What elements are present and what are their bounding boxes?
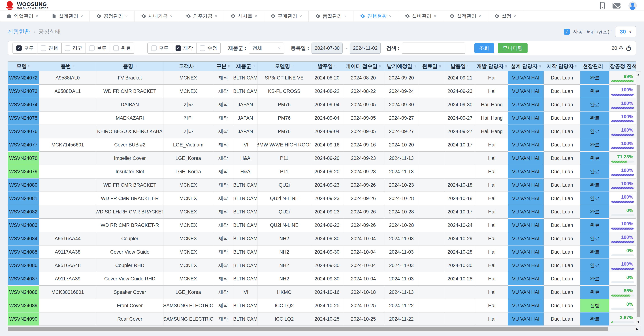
cell-due_date[interactable]: 2024-11-22: [384, 312, 419, 326]
cell-part_name[interactable]: KEIRO BESU & KEIRO KABA: [96, 125, 164, 138]
cell-make_manager[interactable]: Duc, Luan: [544, 138, 580, 152]
cell-design_manager[interactable]: VU VAN HAI: [508, 259, 544, 272]
cell-part_name[interactable]: Cover View Guide: [96, 245, 164, 259]
column-header-model_name[interactable]: 모델명↑↓: [258, 62, 311, 71]
cell-part_name[interactable]: Impeller Cover: [96, 152, 164, 165]
cell-product_group[interactable]: BLTN CAM: [234, 219, 258, 232]
cell-category[interactable]: 제작: [213, 232, 234, 245]
sort-icon[interactable]: ↑↓: [604, 64, 606, 68]
search-input[interactable]: [402, 43, 465, 54]
cell-make_manager[interactable]: Duc, Luan: [544, 205, 580, 219]
cell-part_name[interactable]: WD SD LH/RH CMR BRACKET: [96, 205, 164, 219]
cell-customer[interactable]: LGE_Korea: [164, 286, 213, 299]
table-row[interactable]: WSVN24084A9516AA44CouplerMCNEX제작BLTN CAM…: [8, 232, 636, 245]
cell-site_status[interactable]: 완료: [580, 286, 610, 299]
cell-product_group[interactable]: BLTN CAM: [234, 259, 258, 272]
nav-item-8[interactable]: 품질관리∨: [308, 11, 354, 22]
cell-order_date[interactable]: 2024-10-25: [311, 299, 343, 312]
cell-model[interactable]: WSVN24074: [8, 98, 39, 111]
cell-delivery_date[interactable]: [444, 152, 476, 165]
cell-model_name[interactable]: QU2i N-LINE: [258, 219, 311, 232]
sort-icon[interactable]: ↑↓: [574, 64, 577, 68]
cell-model_name[interactable]: PM76: [258, 98, 311, 111]
cell-model[interactable]: WSVN24079: [8, 165, 39, 179]
cell-category[interactable]: 제작: [213, 98, 234, 111]
sort-icon[interactable]: ↑↓: [334, 64, 336, 68]
cell-model[interactable]: WSVN24089: [8, 299, 39, 312]
cell-data_receipt_date[interactable]: 2024-09-26: [343, 192, 384, 205]
cell-dev_manager[interactable]: Hai: [476, 232, 508, 245]
cell-category[interactable]: 제작: [213, 286, 234, 299]
cell-complete_date[interactable]: [419, 259, 444, 272]
cell-complete_date[interactable]: [419, 179, 444, 192]
cell-delivery_date[interactable]: 2024-10-17: [444, 138, 476, 152]
cell-part_no[interactable]: [39, 165, 96, 179]
cell-delivery_date[interactable]: 2024-09-27: [444, 125, 476, 138]
cell-product_group[interactable]: JAPAN: [234, 125, 258, 138]
cell-model_name[interactable]: NH2: [258, 259, 311, 272]
cell-site_status[interactable]: 진행: [580, 299, 610, 312]
cell-delivery_date[interactable]: [444, 299, 476, 312]
cell-model[interactable]: WSVN24078: [8, 152, 39, 165]
cell-category[interactable]: 제작: [213, 312, 234, 326]
column-header-design_manager[interactable]: 설계 담당자↑↓: [508, 62, 544, 71]
cell-model[interactable]: WSVN24087: [8, 272, 39, 286]
column-header-part_no[interactable]: 품번↑↓: [39, 62, 96, 71]
cell-model_name[interactable]: QU2i: [258, 205, 311, 219]
table-row[interactable]: WSVN24073A9588DAL1WD FR CMR BRACKETMCNEX…: [8, 85, 636, 98]
cell-product_group[interactable]: BLTN CAM: [234, 312, 258, 326]
product-group-select[interactable]: 전체 ∨: [249, 43, 284, 54]
refresh-icon[interactable]: ⟲: [625, 45, 632, 51]
cell-category[interactable]: 제작: [213, 165, 234, 179]
column-header-order_date[interactable]: 발주일↑↓: [311, 62, 343, 71]
table-row[interactable]: WSVN24086A9516AA48Coupler RHDMCNEX제작BLTN…: [8, 259, 636, 272]
cell-model_name[interactable]: P11: [258, 152, 311, 165]
status-checkbox-2[interactable]: 진행: [37, 43, 61, 53]
cell-dev_manager[interactable]: Hai: [476, 259, 508, 272]
cell-part_name[interactable]: Coupler: [96, 232, 164, 245]
cell-model[interactable]: WSVN24083: [8, 219, 39, 232]
cell-part_name[interactable]: Cover View Guide RHD: [96, 272, 164, 286]
cell-model[interactable]: WSVN24073: [8, 85, 39, 98]
cell-part_name[interactable]: FV Bracket: [96, 71, 164, 85]
cell-order_date[interactable]: 2024-09-23: [311, 219, 343, 232]
cell-product_group[interactable]: JAPAN: [234, 98, 258, 111]
cell-part_name[interactable]: Speaker Cover: [96, 286, 164, 299]
cell-due_date[interactable]: 2024-11-03: [384, 232, 419, 245]
cell-design_manager[interactable]: VU VAN HAI: [508, 125, 544, 138]
cell-site_status[interactable]: 완료: [580, 205, 610, 219]
cell-site_status[interactable]: 완료: [580, 179, 610, 192]
cell-complete_date[interactable]: [419, 71, 444, 85]
cell-part_no[interactable]: MCK71456601: [39, 138, 96, 152]
cell-make_manager[interactable]: Duc, Luan: [544, 71, 580, 85]
cell-product_group[interactable]: IVI: [234, 286, 258, 299]
cell-dev_manager[interactable]: Hai: [476, 219, 508, 232]
cell-part_no[interactable]: [39, 219, 96, 232]
cell-make_manager[interactable]: Duc, Luan: [544, 152, 580, 165]
cell-data_receipt_date[interactable]: 2024-08-20: [343, 71, 384, 85]
cell-customer[interactable]: LGE_Korea: [164, 152, 213, 165]
auto-display-checkbox[interactable]: ✓: [564, 29, 570, 35]
cell-model[interactable]: WSVN24086: [8, 259, 39, 272]
cell-due_date[interactable]: 2024-11-03: [384, 259, 419, 272]
cell-model[interactable]: WSVN24075: [8, 111, 39, 125]
cell-category[interactable]: 제작: [213, 138, 234, 152]
cell-dev_manager[interactable]: Hai, Hang: [476, 125, 508, 138]
column-header-category[interactable]: 구분↑↓: [213, 62, 234, 71]
cell-model[interactable]: WSVN24085: [8, 245, 39, 259]
sort-icon[interactable]: ↑↓: [72, 64, 74, 68]
cell-dev_manager[interactable]: Hai, Hang: [476, 98, 508, 111]
cell-model[interactable]: WSVN24076: [8, 125, 39, 138]
cell-model_name[interactable]: PM76: [258, 125, 311, 138]
cell-order_date[interactable]: 2024-09-20: [311, 165, 343, 179]
cell-site_status[interactable]: 완료: [580, 192, 610, 205]
scroll-down-icon[interactable]: ▼: [636, 320, 640, 324]
cell-complete_date[interactable]: [419, 192, 444, 205]
cell-category[interactable]: 제작: [213, 299, 234, 312]
sort-icon[interactable]: ↑↓: [467, 64, 469, 68]
cell-dev_manager[interactable]: Hai: [476, 272, 508, 286]
cell-complete_date[interactable]: [419, 98, 444, 111]
cell-site_status[interactable]: 완료: [580, 245, 610, 259]
horizontal-scrollbar-thumb[interactable]: [8, 327, 608, 331]
column-header-product_group[interactable]: 제품군↑↓: [234, 62, 258, 71]
